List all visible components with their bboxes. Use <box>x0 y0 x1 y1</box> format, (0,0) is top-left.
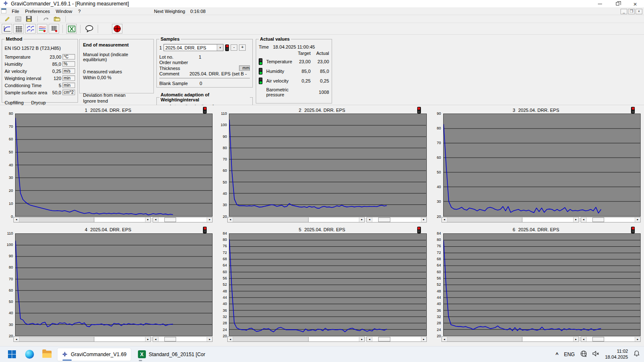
scroll-left-icon[interactable]: ◄ <box>153 337 158 341</box>
all-curves-icon[interactable] <box>37 24 47 34</box>
curve-view-icon[interactable] <box>2 24 12 34</box>
method-unit-field[interactable]: °C <box>62 54 75 59</box>
scroll-left-icon[interactable]: ◄ <box>367 217 372 222</box>
actual-values-panel: Actual values Time 18.04.2025 11:00:45 T… <box>256 36 332 103</box>
scroll-left-icon[interactable]: ◄ <box>581 337 587 341</box>
scroll-right-icon[interactable]: ► <box>421 337 426 341</box>
restore-icon[interactable] <box>609 0 626 8</box>
scroll-left-icon[interactable]: ◄ <box>228 337 233 341</box>
scroll-right-icon[interactable]: ► <box>359 337 364 341</box>
sample-add-button[interactable]: + <box>239 44 246 51</box>
chart-scrollbar-main[interactable]: ◄ ► <box>441 217 579 222</box>
scrollbar-thumb[interactable] <box>164 337 176 341</box>
scrollbar-thumb[interactable] <box>378 217 390 222</box>
mdi-minimize-icon[interactable]: _ <box>621 9 627 14</box>
menu-help[interactable]: ? <box>75 9 83 14</box>
scroll-left-icon[interactable]: ◄ <box>442 217 447 222</box>
mdi-child-icon[interactable] <box>1 8 6 14</box>
scrollbar-thumb[interactable] <box>164 217 176 222</box>
chart-scrollbar-main[interactable]: ◄ ► <box>441 336 579 342</box>
mdi-restore-icon[interactable]: ❒ <box>628 9 635 14</box>
volume-muted-icon[interactable] <box>592 351 600 358</box>
scrollbar-thumb[interactable] <box>447 337 522 341</box>
save-icon[interactable] <box>24 16 34 23</box>
scroll-right-icon[interactable]: ► <box>573 337 579 341</box>
chart-scrollbar-main[interactable]: ◄ ► <box>13 217 151 222</box>
open-folder-icon[interactable] <box>52 16 62 23</box>
thickness-unit-field[interactable]: mm <box>239 65 250 71</box>
chart-scrollbar-zoom[interactable]: ◄ ► <box>366 336 426 342</box>
method-unit-field[interactable]: cm^2 <box>62 90 75 95</box>
close-icon[interactable]: × <box>626 0 644 8</box>
edit-pencil-icon[interactable] <box>3 16 12 23</box>
sample-remove-button[interactable]: - <box>231 44 237 51</box>
scrollbar-thumb[interactable] <box>19 337 94 341</box>
scroll-left-icon[interactable]: ◄ <box>14 217 19 222</box>
minimize-icon[interactable] <box>591 0 609 8</box>
scrollbar-thumb[interactable] <box>447 217 522 222</box>
scroll-right-icon[interactable]: ► <box>359 217 364 222</box>
menu-window[interactable]: Window <box>53 9 75 14</box>
chart-scrollbar-zoom[interactable]: ◄ ► <box>153 217 213 222</box>
scrollbar-thumb[interactable] <box>233 337 308 341</box>
chart-scrollbar-main[interactable]: ◄ ► <box>13 336 151 342</box>
within-label: Within 0,00 % <box>83 75 150 80</box>
scroll-right-icon[interactable]: ► <box>635 217 640 222</box>
multi-curve-view-icon[interactable] <box>25 24 36 34</box>
scrollbar-thumb[interactable] <box>233 217 308 222</box>
chart-scrollbar-zoom[interactable]: ◄ ► <box>153 336 213 342</box>
scrollbar-thumb[interactable] <box>19 217 94 222</box>
method-row-label: Conditioning Time <box>5 83 49 88</box>
scroll-right-icon[interactable]: ► <box>145 337 151 341</box>
scroll-left-icon[interactable]: ◄ <box>228 217 233 222</box>
chart-scrollbar-zoom[interactable]: ◄ ► <box>581 217 641 222</box>
scroll-left-icon[interactable]: ◄ <box>367 337 372 341</box>
chart-scrollbar-main[interactable]: ◄ ► <box>227 217 365 222</box>
tray-chevron-icon[interactable]: ^ <box>556 352 558 357</box>
chart-scrollbar-zoom[interactable]: ◄ ► <box>366 217 426 222</box>
mdi-close-icon[interactable]: × <box>636 9 642 14</box>
scroll-left-icon[interactable]: ◄ <box>442 337 447 341</box>
preview-icon[interactable] <box>13 16 23 23</box>
menu-file[interactable]: File <box>9 9 22 14</box>
scroll-right-icon[interactable]: ► <box>207 217 212 222</box>
language-indicator[interactable]: ENG <box>564 352 575 357</box>
scroll-right-icon[interactable]: ► <box>421 217 426 222</box>
file-explorer-icon[interactable] <box>39 348 55 361</box>
method-row-value: 0,25 <box>49 69 62 74</box>
comment-bubble-icon[interactable] <box>84 24 94 34</box>
network-globe-icon[interactable] <box>580 350 587 358</box>
target-stop-icon[interactable] <box>112 24 122 34</box>
chevron-down-icon[interactable]: ▼ <box>217 44 223 51</box>
actual-row-target: 23,00 <box>292 59 311 64</box>
sample-select[interactable]: 2025.04. DRR. EPS ▼ <box>164 44 223 51</box>
taskbar-clock[interactable]: 11:02 18.04.2025 <box>605 349 628 360</box>
redo-icon[interactable] <box>42 16 51 23</box>
method-unit-field[interactable]: min <box>62 75 75 81</box>
scroll-left-icon[interactable]: ◄ <box>581 217 587 222</box>
table-view-icon[interactable] <box>13 24 24 34</box>
start-button[interactable] <box>4 348 19 361</box>
scroll-right-icon[interactable]: ► <box>573 217 579 222</box>
lot-label: Lot no. <box>159 54 190 59</box>
scroll-left-icon[interactable]: ◄ <box>153 217 158 222</box>
scrollbar-thumb[interactable] <box>592 217 604 222</box>
notification-bell-icon[interactable] <box>634 350 640 358</box>
taskbar-app-excel[interactable]: X Standard_06_20151 [Cor <box>134 348 210 361</box>
method-unit-field[interactable]: m/s <box>62 68 75 74</box>
excel-export-icon[interactable] <box>66 24 77 34</box>
scrollbar-thumb[interactable] <box>592 337 604 341</box>
edge-icon[interactable] <box>22 348 37 361</box>
scrollbar-thumb[interactable] <box>378 337 390 341</box>
method-unit-field[interactable]: min <box>62 83 75 88</box>
scroll-left-icon[interactable]: ◄ <box>14 337 19 341</box>
taskbar-app-gravicommander[interactable]: GraviCommander_V1.69 <box>57 348 131 361</box>
method-unit-field[interactable]: % <box>62 61 75 67</box>
menu-preferences[interactable]: Preferences <box>22 9 53 14</box>
scroll-right-icon[interactable]: ► <box>145 217 151 222</box>
chart-scrollbar-main[interactable]: ◄ ► <box>227 336 365 342</box>
scroll-right-icon[interactable]: ► <box>635 337 640 341</box>
scroll-right-icon[interactable]: ► <box>207 337 212 341</box>
table-report-icon[interactable] <box>49 24 59 34</box>
chart-scrollbar-zoom[interactable]: ◄ ► <box>581 336 641 342</box>
